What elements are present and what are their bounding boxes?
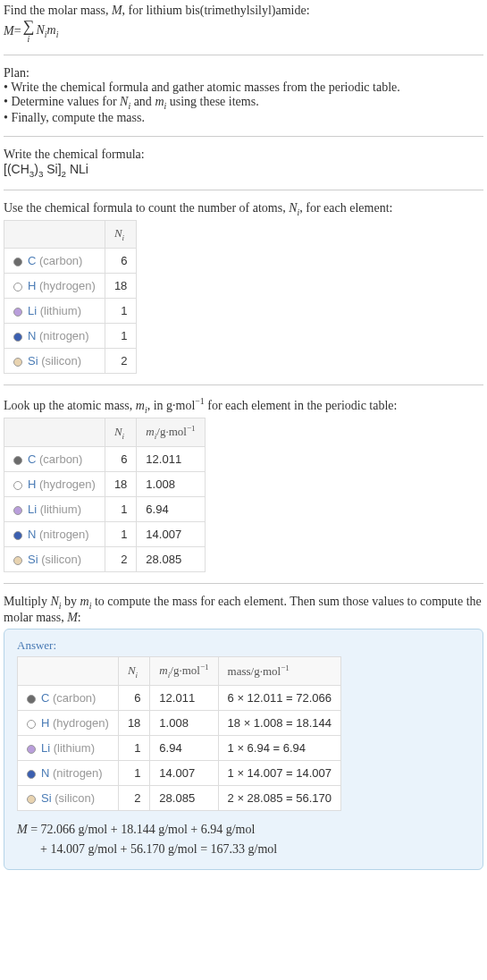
m-cell: 14.007 xyxy=(137,522,205,547)
var-M: M xyxy=(67,611,78,624)
molar-mass-sum: M M = 72.066 g/mol + 18.144 g/mol + 6.94… xyxy=(17,820,470,860)
element-cell: Li (lithium) xyxy=(4,298,105,323)
mass-cell: 1 × 14.007 = 14.007 xyxy=(218,761,340,786)
answer-box: Answer: Ni mi/g·mol−1 mass/g·mol−1 C (ca… xyxy=(4,629,483,870)
n-cell: 1 xyxy=(105,323,136,348)
element-cell: Li (lithium) xyxy=(18,736,119,761)
element-cell: Si (silicon) xyxy=(18,786,119,811)
n-cell: 1 xyxy=(118,736,149,761)
n-cell: 1 xyxy=(105,497,136,522)
chemical-formula-block: Write the chemical formula: [(CH3)3 Si]2… xyxy=(4,148,483,179)
col-mi: mi/g·mol−1 xyxy=(150,657,218,686)
n-cell: 18 xyxy=(118,711,149,736)
element-cell: C (carbon) xyxy=(18,686,119,711)
table-row: N (nitrogen)114.0071 × 14.007 = 14.007 xyxy=(18,761,341,786)
table-row: Si (silicon)228.0852 × 28.085 = 56.170 xyxy=(18,786,341,811)
m-cell: 12.011 xyxy=(150,686,218,711)
mass-cell: 1 × 6.94 = 6.94 xyxy=(218,736,340,761)
n-cell: 18 xyxy=(105,472,136,497)
table-row: Si (silicon)228.085 xyxy=(4,547,206,572)
step-text: Look up the atomic mass, mi, in g·mol−1 … xyxy=(4,396,483,414)
text: , for lithium bis(trimethylsilyl)amide: xyxy=(122,4,310,17)
var-Ni: Ni xyxy=(36,23,46,39)
eq-line-2: + 14.007 g/mol + 56.170 g/mol = 167.33 g… xyxy=(40,842,277,856)
chemical-formula: [(CH3)3 Si]2 NLi xyxy=(4,162,483,179)
step-text: Multiply Ni by mi to compute the mass fo… xyxy=(4,595,483,625)
element-cell: C (carbon) xyxy=(4,248,105,273)
m-cell: 28.085 xyxy=(150,786,218,811)
element-cell: H (hydrogen) xyxy=(18,711,119,736)
col-mi: mi/g·mol−1 xyxy=(137,418,205,447)
element-cell: N (nitrogen) xyxy=(4,522,105,547)
element-cell: C (carbon) xyxy=(4,447,105,472)
table-row: H (hydrogen)18 xyxy=(4,273,137,298)
col-element xyxy=(4,221,105,249)
element-cell: N (nitrogen) xyxy=(18,761,119,786)
step-text: Use the chemical formula to count the nu… xyxy=(4,201,483,217)
col-mass: mass/g·mol−1 xyxy=(218,657,340,686)
element-cell: H (hydrogen) xyxy=(4,273,105,298)
mass-cell: 2 × 28.085 = 56.170 xyxy=(218,786,340,811)
step-title: Write the chemical formula: xyxy=(4,148,483,162)
n-cell: 2 xyxy=(105,547,136,572)
m-cell: 6.94 xyxy=(137,497,205,522)
intro-block: Find the molar mass, M, for lithium bis(… xyxy=(4,4,483,44)
mass-cell: 18 × 1.008 = 18.144 xyxy=(218,711,340,736)
eq-line-1: M M = 72.066 g/mol + 18.144 g/mol + 6.94… xyxy=(17,823,255,836)
element-cell: N (nitrogen) xyxy=(4,323,105,348)
n-cell: 1 xyxy=(105,522,136,547)
atomic-mass-table: Ni mi/g·mol−1 C (carbon)612.011H (hydrog… xyxy=(4,418,206,572)
var-Ni: Ni xyxy=(289,201,299,215)
var-M: M xyxy=(4,24,14,38)
divider xyxy=(4,190,483,190)
answer-label: Answer: xyxy=(17,638,470,653)
table-row: N (nitrogen)114.007 xyxy=(4,522,206,547)
table-header-row: Ni mi/g·mol−1 xyxy=(4,418,206,447)
table-row: H (hydrogen)181.00818 × 1.008 = 18.144 xyxy=(18,711,341,736)
var-mi: mi xyxy=(80,595,92,608)
table-row: C (carbon)6 xyxy=(4,248,137,273)
n-cell: 6 xyxy=(105,248,136,273)
mass-cell: 6 × 12.011 = 72.066 xyxy=(218,686,340,711)
n-cell: 2 xyxy=(105,348,136,373)
table-row: C (carbon)612.0116 × 12.011 = 72.066 xyxy=(18,686,341,711)
answer-table: Ni mi/g·mol−1 mass/g·mol−1 C (carbon)612… xyxy=(17,656,341,811)
count-atoms-block: Use the chemical formula to count the nu… xyxy=(4,201,483,374)
atom-count-table: Ni C (carbon)6H (hydrogen)18Li (lithium)… xyxy=(4,220,137,374)
table-header-row: Ni mi/g·mol−1 mass/g·mol−1 xyxy=(18,657,341,686)
element-cell: H (hydrogen) xyxy=(4,472,105,497)
table-row: N (nitrogen)1 xyxy=(4,323,137,348)
n-cell: 2 xyxy=(118,786,149,811)
divider xyxy=(4,384,483,385)
m-cell: 28.085 xyxy=(137,547,205,572)
plan-item-3: • Finally, compute the mass. xyxy=(4,111,483,125)
table-row: Li (lithium)16.941 × 6.94 = 6.94 xyxy=(18,736,341,761)
plan-title: Plan: xyxy=(4,66,483,80)
n-cell: 18 xyxy=(105,273,136,298)
var-Ni: Ni xyxy=(120,95,130,108)
n-cell: 6 xyxy=(118,686,149,711)
table-row: Li (lithium)1 xyxy=(4,298,137,323)
divider xyxy=(4,136,483,137)
divider xyxy=(4,583,483,584)
table-row: Si (silicon)2 xyxy=(4,348,137,373)
col-Ni: Ni xyxy=(105,418,136,447)
element-cell: Si (silicon) xyxy=(4,348,105,373)
m-cell: 12.011 xyxy=(137,447,205,472)
var-mi: mi xyxy=(136,399,147,412)
text: Find the molar mass, xyxy=(4,4,112,17)
n-cell: 6 xyxy=(105,447,136,472)
intro-line-1: Find the molar mass, M, for lithium bis(… xyxy=(4,4,483,18)
n-cell: 1 xyxy=(105,298,136,323)
col-element xyxy=(4,418,105,447)
atomic-mass-block: Look up the atomic mass, mi, in g·mol−1 … xyxy=(4,396,483,572)
var-mi: mi xyxy=(155,95,166,108)
table-row: Li (lithium)16.94 xyxy=(4,497,206,522)
m-cell: 6.94 xyxy=(150,736,218,761)
table-row: C (carbon)612.011 xyxy=(4,447,206,472)
plan-item-2: • Determine values for Ni and mi using t… xyxy=(4,95,483,111)
plan-item-1: • Write the chemical formula and gather … xyxy=(4,80,483,95)
n-cell: 1 xyxy=(118,761,149,786)
plan-block: Plan: • Write the chemical formula and g… xyxy=(4,66,483,125)
multiply-block: Multiply Ni by mi to compute the mass fo… xyxy=(4,595,483,870)
